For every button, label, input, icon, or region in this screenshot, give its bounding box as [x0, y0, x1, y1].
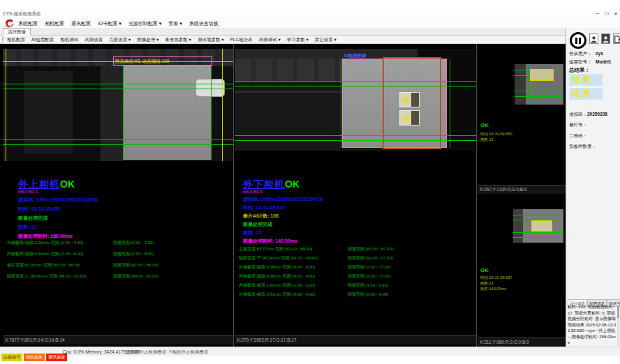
status-bar: 心跳信号相机连接通讯连接 Cpu: 0.0% Memory: 3424.4179… — [0, 347, 620, 356]
maximize-icon[interactable]: ☐ — [603, 10, 611, 17]
menu-io-config[interactable]: IO卡配置 ▾ — [98, 20, 121, 27]
user-icon — [590, 35, 598, 44]
roi-line — [6, 49, 6, 161]
barcode-line: 虚拟码: Offline20250208133134728 — [18, 197, 98, 204]
alarm-range: 报警范围:(1.10 - 2.10) — [348, 282, 388, 289]
aux-info-line: 图数:13 — [480, 137, 494, 142]
pause-button[interactable] — [570, 32, 586, 49]
info-scrollbar[interactable] — [617, 304, 619, 346]
minimize-icon[interactable]: ─ — [593, 10, 602, 17]
camera-panel-aux-bottom: OK 时间:13-31-59-627 图数:13 耗时:143.00ms X:3… — [478, 195, 566, 347]
menu-language-switch[interactable]: 系统语言切换 — [189, 20, 219, 27]
virtual-code-label: 虚拟码： — [569, 112, 587, 116]
panel-divider — [476, 44, 477, 347]
measurement-row: 隔膜宽度-上:90.56mm 范围:(88.00 - 92.00) — [7, 273, 86, 280]
menu-bar: 系统配置 相机配置 通讯配置 IO卡配置 ▾ 光源控制配置 ▾ 查看 ▾ 系统语… — [0, 18, 620, 28]
tool-glue-settings[interactable]: 点胶设置 ▾ — [109, 37, 131, 43]
process-done-line: 图像处理完成 — [18, 215, 47, 222]
menu-camera-config[interactable]: 相机配置 — [45, 20, 64, 27]
highlight-box — [530, 69, 554, 81]
pixel-coords-readout: X:7677;Y:891;R:14;G:14;B:14 — [3, 335, 233, 344]
account-button[interactable] — [601, 33, 610, 44]
model-value[interactable]: Model1 — [596, 59, 611, 64]
alarm-range: 报警范围:(2.20 - 3.20) — [113, 240, 154, 246]
elapsed-line: 图像处理耗时: 143.00ms — [243, 238, 297, 245]
scrollbar-thumb[interactable] — [617, 305, 619, 318]
camera-image-outer-upper[interactable]: 静态阈值:93, 动态阈值:100 — [3, 49, 233, 161]
alarm-range: 报警范围:(81.00 - 85.00) — [113, 262, 158, 268]
field-weld-count: 负极焊数量： — [569, 138, 596, 151]
baseline — [513, 215, 563, 215]
exit-button[interactable] — [613, 33, 620, 44]
window-title: CYS-视觉检测系统 — [3, 11, 41, 17]
baseline — [235, 81, 476, 82]
baseline — [515, 91, 563, 91]
exit-door-icon — [614, 35, 620, 44]
tool-test-params[interactable]: 测试项参数 ▾ — [198, 37, 224, 43]
tool-plc-address-table[interactable]: PLC地址表 — [230, 37, 252, 43]
measurement-row: 上极宽度:83.77mm 范围:(82.00 - 88.00) — [239, 246, 312, 252]
elapsed-line: 图像处理耗时: 258.00ms — [18, 233, 73, 240]
tool-other-settings[interactable]: 其它设置 ▾ — [315, 37, 337, 43]
camera-panel-outer-upper: 静态阈值:93, 动态阈值:100 外上相机OK M6:0,BC:1 虚拟码: … — [3, 44, 233, 347]
user-button[interactable] — [589, 33, 598, 44]
title-bar: CYS-视觉检测系统 ─ ☐ ✕ — [0, 9, 620, 18]
camera-title: 外上相机 — [18, 179, 60, 190]
measurement-row: 极片宽度:83.05mm 范围:(80.00 - 86.00) — [7, 262, 80, 268]
camera-connection-badge: 相机连接 — [24, 354, 45, 361]
status-ok-text: OK — [480, 267, 489, 273]
time-line: 时间: 13-31-59-627 — [243, 204, 285, 211]
camera-panel-aux-top: OK 时间:13-31-59-650 图数:13 X:267;Y:13;R:0;… — [478, 44, 566, 194]
measurement-row: 外侧极耳-极耳:2.61mm 范围:(0.60 - 4.00) — [239, 291, 315, 298]
defect-highlight — [403, 97, 408, 103]
aux-info-line: 图数:13 — [480, 281, 494, 286]
panel-divider — [233, 44, 234, 347]
frame-count-line: 图数: 13 — [243, 229, 261, 236]
camera-image-outer-lower[interactable]: AI检测图像 — [235, 49, 476, 151]
model-label: 使用型号： — [569, 59, 592, 66]
gripper-connector — [195, 79, 225, 97]
tab-run-image[interactable]: 运行图像 — [3, 28, 31, 36]
tool-baseline-params[interactable]: 基准线参数 ▾ — [165, 37, 191, 43]
tool-camera-debug[interactable]: 相机调试 — [60, 37, 78, 43]
baseline — [3, 84, 233, 84]
menu-system-config[interactable]: 系统配置 — [18, 20, 38, 27]
menu-comm-config[interactable]: 通讯配置 — [71, 20, 91, 27]
menu-view[interactable]: 查看 ▾ — [168, 20, 182, 27]
alarm-range: 报警范围:(83.00 - 87.00) — [348, 246, 393, 252]
tool-learning-params[interactable]: 学习参数 ▾ — [287, 37, 309, 43]
alarm-range: 报警范围:(2.00 - 8.00) — [113, 251, 154, 257]
baseline — [3, 89, 233, 89]
camera-title: 外下相机 — [243, 179, 285, 190]
person-icon — [602, 35, 610, 44]
tool-image-processing[interactable]: 图像处理 ▾ — [137, 37, 158, 43]
close-icon[interactable]: ✕ — [612, 10, 620, 17]
threshold-label: 静态阈值:93, 动态阈值:100 — [114, 57, 212, 65]
baseline — [235, 135, 476, 136]
measurement-row: 内侧极耳-隔膜:4.38mm 范围:(0.00 - 9.00) — [239, 273, 315, 280]
measurement-row: 外侧极耳-隔膜:4.38mm 范围:(0.00 - 9.00) — [239, 264, 315, 271]
alarm-range: 报警范围:(2.00 - 77.00) — [348, 264, 391, 271]
machine-detail — [101, 66, 123, 161]
measurement-row: 内侧极耳-极耳:1.90mm 范围:(1.00 - 2.20) — [239, 282, 315, 289]
baseline — [3, 144, 233, 145]
toolbar: 相机配置 AI使用配置 相机调试 高级设置 点胶设置 ▾ 图像处理 ▾ 基准线参… — [0, 36, 620, 44]
camera-image-aux-top[interactable] — [515, 64, 563, 105]
baseline — [513, 232, 563, 233]
toolbar-grip-handle[interactable] — [2, 37, 3, 43]
qr-code-label: 二维码： — [569, 133, 587, 138]
menu-light-config[interactable]: 光源控制配置 ▾ — [128, 20, 161, 27]
tool-ai-usage-config[interactable]: AI使用配置 — [31, 37, 54, 43]
defect-thumbnail — [399, 92, 420, 107]
alarm-range: 报警范围:(0.60 - 4.00) — [348, 291, 388, 298]
tool-advanced-debug[interactable]: 高级调试 ▾ — [259, 37, 281, 43]
tool-camera-config[interactable]: 相机配置 — [7, 37, 25, 43]
defect-thumbnail — [399, 110, 420, 126]
measurement-row: 内侧极耳-隔膜:4.60mm 范围:(3.00 - 6.00) — [7, 251, 83, 257]
camera-panel-outer-lower: AI检测图像 外下相机OK M6:0,BC:0 虚拟码: Offline2025… — [235, 44, 476, 347]
camera-image-aux-bottom[interactable] — [513, 209, 563, 243]
frame-count-line: 图数: 13 — [18, 224, 36, 231]
highlight-box — [531, 220, 552, 232]
alarm-range: 报警范围:(89.00 - 91.00) — [113, 273, 158, 280]
tool-advanced-settings[interactable]: 高级设置 — [84, 37, 103, 43]
